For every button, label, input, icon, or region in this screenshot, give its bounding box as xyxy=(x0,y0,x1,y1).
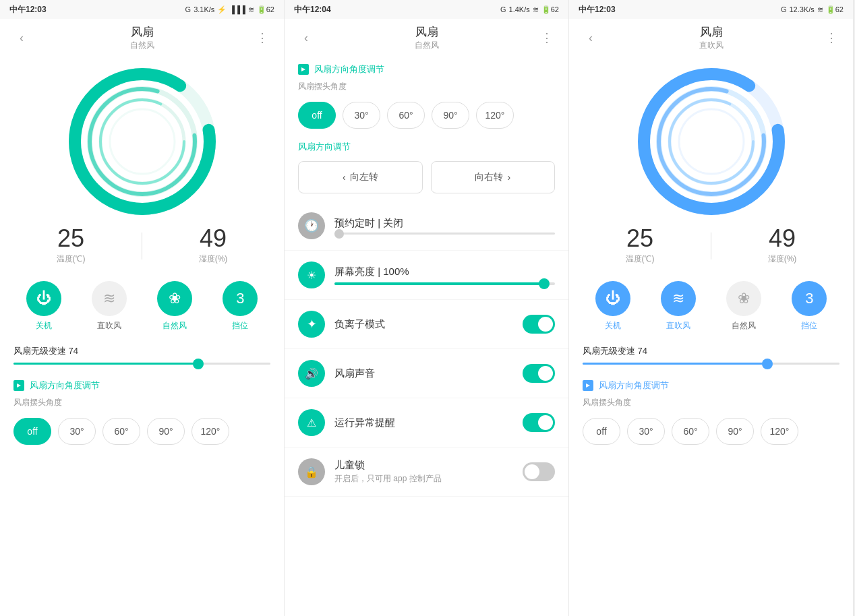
power-button-1[interactable]: ⏻ xyxy=(26,281,61,316)
angle-off-1[interactable]: off xyxy=(13,418,51,445)
network-icon: G xyxy=(185,5,191,13)
app-subtitle-1: 自然风 xyxy=(32,40,252,51)
title-center-3: 风扇 直吹风 xyxy=(601,24,821,51)
direct-button-3[interactable]: ≋ xyxy=(661,281,696,316)
brightness-thumb[interactable] xyxy=(539,278,550,289)
fan-circle-1 xyxy=(68,67,216,216)
brightness-fill xyxy=(334,282,544,285)
speed-track-1[interactable] xyxy=(13,363,270,365)
child-lock-knob xyxy=(525,464,539,479)
angle-90-3[interactable]: 90° xyxy=(716,418,754,445)
back-button-3[interactable]: ‹ xyxy=(580,31,601,45)
power-label-3: 关机 xyxy=(605,320,621,332)
alert-knob xyxy=(538,415,553,430)
negative-ion-toggle[interactable] xyxy=(523,315,555,334)
negative-ion-icon: ✦ xyxy=(298,311,325,338)
direct-label-3: 直吹风 xyxy=(666,320,690,332)
turn-left-button[interactable]: ‹ 向左转 xyxy=(298,161,423,193)
angle-off-2[interactable]: off xyxy=(298,102,336,129)
turn-right-button[interactable]: 向右转 › xyxy=(431,161,556,193)
temp-label-1: 温度(℃) xyxy=(0,253,142,265)
angle-120-2[interactable]: 120° xyxy=(476,102,514,129)
child-lock-icon: 🔒 xyxy=(298,458,325,485)
speed-section-3: 风扇无级变速 74 xyxy=(569,340,853,373)
brightness-content: 屏幕亮度 | 100% xyxy=(334,266,555,285)
angle-120-1[interactable]: 120° xyxy=(191,418,229,445)
angle-30-3[interactable]: 30° xyxy=(627,418,665,445)
humidity-label-1: 湿度(%) xyxy=(142,253,284,265)
section-icon-1 xyxy=(13,380,24,391)
alert-toggle[interactable] xyxy=(523,413,555,432)
fan-sound-toggle[interactable] xyxy=(523,364,555,383)
angle-60-2[interactable]: 60° xyxy=(387,102,425,129)
status-bar-3: 中午12:03 G 12.3K/s ≋ 🔋62 xyxy=(569,0,853,19)
back-button-2[interactable]: ‹ xyxy=(295,31,317,45)
speed-thumb-3[interactable] xyxy=(762,359,773,369)
timer-slider[interactable] xyxy=(334,233,555,235)
child-lock-subtitle: 开启后，只可用 app 控制产品 xyxy=(334,473,513,485)
angle-60-3[interactable]: 60° xyxy=(672,418,709,445)
child-lock-title: 儿童锁 xyxy=(334,459,513,472)
temp-label-3: 温度(℃) xyxy=(569,253,711,265)
dir-section-header-2: 风扇方向调节 xyxy=(285,134,568,157)
natural-label-1: 自然风 xyxy=(163,320,187,332)
speed-fill-3 xyxy=(583,363,767,365)
section-icon-3 xyxy=(583,380,593,391)
angle-60-1[interactable]: 60° xyxy=(102,418,140,445)
angle-row-3: off 30° 60° 90° 120° xyxy=(569,412,853,450)
speed-button-1[interactable]: 3 xyxy=(223,281,258,316)
speed-button-3[interactable]: 3 xyxy=(792,281,827,316)
network-icon-3: G xyxy=(781,5,787,13)
fan-circle-3 xyxy=(637,67,786,216)
section-title-2: 风扇方向角度调节 xyxy=(314,63,384,75)
temp-value-3: 25 xyxy=(569,226,711,251)
network-icon-2: G xyxy=(500,5,506,13)
temp-stat-1: 25 温度(℃) xyxy=(0,226,142,265)
controls-row-1: ⏻ 关机 ≋ 直吹风 ❀ 自然风 3 挡位 xyxy=(0,276,284,340)
bluetooth-icon: ⚡ xyxy=(217,5,227,14)
negative-ion-title: 负离子模式 xyxy=(334,318,513,331)
control-power-1: ⏻ 关机 xyxy=(26,281,61,332)
natural-button-3[interactable]: ❀ xyxy=(726,281,761,316)
child-lock-content: 儿童锁 开启后，只可用 app 控制产品 xyxy=(334,459,513,485)
status-bar-1: 中午12:03 G 3.1K/s ⚡ ▐▐▐ ≋ 🔋62 xyxy=(0,0,284,19)
menu-button-3[interactable]: ⋮ xyxy=(821,30,842,45)
negative-ion-knob xyxy=(538,317,553,332)
child-lock-toggle[interactable] xyxy=(523,462,555,481)
fan-sound-knob xyxy=(538,366,553,381)
app-title-3: 风扇 xyxy=(601,24,821,40)
temp-stat-3: 25 温度(℃) xyxy=(569,226,711,265)
turn-left-label: 向左转 xyxy=(350,171,378,183)
angle-subtitle-1: 风扇摆头角度 xyxy=(0,396,284,412)
timer-title: 预约定时 | 关闭 xyxy=(334,217,555,230)
angle-120-3[interactable]: 120° xyxy=(761,418,798,445)
menu-button-1[interactable]: ⋮ xyxy=(252,30,273,45)
signal-icon: ▐▐▐ xyxy=(229,5,245,13)
angle-row-2: off 30° 60° 90° 120° xyxy=(285,96,568,134)
fan-sound-title: 风扇声音 xyxy=(334,367,513,380)
timer-thumb[interactable] xyxy=(334,229,344,239)
angle-90-2[interactable]: 90° xyxy=(432,102,469,129)
speed-track-3[interactable] xyxy=(583,363,839,365)
control-speed-3: 3 挡位 xyxy=(792,281,827,332)
humidity-value-1: 49 xyxy=(142,226,284,251)
menu-button-2[interactable]: ⋮ xyxy=(536,30,558,45)
speed-thumb-1[interactable] xyxy=(193,359,204,369)
timer-track[interactable] xyxy=(334,233,555,235)
time-2: 中午12:04 xyxy=(294,4,331,16)
app-subtitle-3: 直吹风 xyxy=(601,40,821,51)
brightness-track[interactable] xyxy=(334,282,555,285)
fan-sound-content: 风扇声音 xyxy=(334,367,513,380)
power-button-3[interactable]: ⏻ xyxy=(595,281,630,316)
direct-label-1: 直吹风 xyxy=(97,320,121,332)
time-1: 中午12:03 xyxy=(9,4,47,16)
angle-30-1[interactable]: 30° xyxy=(58,418,96,445)
angle-90-1[interactable]: 90° xyxy=(147,418,185,445)
network-speed-2: 1.4K/s xyxy=(509,5,530,13)
angle-off-3[interactable]: off xyxy=(583,418,620,445)
back-button-1[interactable]: ‹ xyxy=(11,31,32,45)
direct-button-1[interactable]: ≋ xyxy=(92,281,127,316)
natural-button-1[interactable]: ❀ xyxy=(157,281,192,316)
child-lock-item: 🔒 儿童锁 开启后，只可用 app 控制产品 xyxy=(285,448,568,497)
angle-30-2[interactable]: 30° xyxy=(343,102,380,129)
